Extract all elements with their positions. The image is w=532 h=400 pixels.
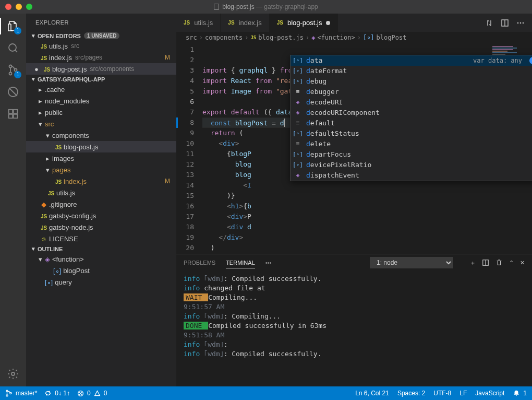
status-encoding[interactable]: UTF-8	[433, 390, 451, 397]
window-close[interactable]	[5, 4, 11, 10]
svg-rect-5	[9, 110, 13, 113]
status-cursor[interactable]: Ln 6, Col 21	[355, 390, 389, 397]
kill-terminal-icon[interactable]	[495, 259, 503, 266]
status-eol[interactable]: LF	[460, 390, 467, 397]
file-license[interactable]: ⌾LICENSE	[26, 233, 176, 244]
activity-settings[interactable]	[6, 367, 20, 381]
more-actions-icon[interactable]	[516, 19, 525, 27]
svg-rect-7	[14, 114, 17, 118]
js-icon: JS	[44, 67, 50, 73]
explorer-sidebar: EXPLORER ▾OPEN EDITORS 1 UNSAVED JS util…	[26, 14, 176, 386]
folder-node-modules[interactable]: ▸node_modules	[26, 95, 176, 107]
svg-point-15	[6, 390, 8, 392]
file-gatsby-config[interactable]: JSgatsby-config.js	[26, 210, 176, 221]
svg-point-0	[9, 44, 16, 51]
folder-pages[interactable]: ▾pages	[26, 164, 176, 175]
window-title: blog-post.js — gatsby-graphql-app	[0, 3, 532, 10]
open-editor-blogpost[interactable]: ● JS blog-post.jssrc/components	[26, 63, 176, 75]
editor-tabs: JSutils.js JSindex.js JSblog-post.js	[176, 14, 532, 32]
tab-blog-post[interactable]: JSblog-post.js	[270, 14, 338, 32]
svg-point-13	[523, 22, 524, 23]
file-gitignore[interactable]: ◆.gitignore	[26, 198, 176, 210]
split-editor-icon[interactable]	[501, 19, 509, 27]
terminal-output[interactable]: info ｢wdm｣: Compiled successfully.info c…	[176, 271, 532, 386]
open-editors-header[interactable]: ▾OPEN EDITORS 1 UNSAVED	[26, 31, 176, 40]
panel-tab-problems[interactable]: PROBLEMS	[184, 257, 215, 268]
activity-extensions[interactable]	[6, 107, 20, 121]
open-editor-index[interactable]: JS index.jssrc/pages M	[26, 52, 176, 63]
explorer-header: EXPLORER	[26, 14, 176, 31]
tab-utils[interactable]: JSutils.js	[176, 14, 221, 32]
terminal-panel: PROBLEMS TERMINAL ••• 1: node ＋ ⌃ ✕ info…	[176, 254, 532, 386]
workspace-header[interactable]: ▾GATSBY-GRAPHQL-APP	[26, 75, 176, 84]
file-gatsby-node[interactable]: JSgatsby-node.js	[26, 221, 176, 233]
activity-debug[interactable]	[6, 85, 20, 99]
window-maximize[interactable]	[26, 4, 32, 10]
close-panel-icon[interactable]: ✕	[520, 260, 525, 266]
status-bar: master* 0↓ 1↑ 0 0 Ln 6, Col 21 Spaces: 2…	[0, 386, 532, 400]
outline-header[interactable]: ▾OUTLINE	[26, 244, 176, 253]
editor-area: JSutils.js JSindex.js JSblog-post.js src…	[176, 14, 532, 386]
activity-explorer[interactable]: 1	[6, 19, 20, 33]
file-icon	[214, 4, 219, 10]
title-bar: blog-post.js — gatsby-graphql-app	[0, 0, 532, 14]
new-terminal-icon[interactable]: ＋	[470, 259, 476, 267]
terminal-select[interactable]: 1: node	[370, 257, 453, 268]
tab-index[interactable]: JSindex.js	[221, 14, 269, 32]
panel-more-icon[interactable]: •••	[265, 260, 272, 266]
modified-indicator: M	[165, 54, 176, 61]
status-problems[interactable]: 0 0	[77, 390, 107, 397]
maximize-panel-icon[interactable]: ⌃	[509, 260, 514, 266]
status-branch[interactable]: master*	[5, 390, 37, 397]
file-utils-js[interactable]: JSutils.js	[26, 187, 176, 198]
activity-scm[interactable]: 1	[6, 63, 20, 77]
svg-rect-6	[9, 114, 13, 118]
code-editor[interactable]: 1234567891011121314151617181920 import {…	[176, 43, 532, 254]
folder-cache[interactable]: ▸.cache	[26, 84, 176, 95]
js-icon: JS	[41, 44, 47, 50]
status-notifications[interactable]: 1	[513, 390, 527, 397]
folder-public[interactable]: ▸public	[26, 107, 176, 118]
window-minimize[interactable]	[16, 4, 22, 10]
explorer-badge: 1	[14, 27, 21, 34]
outline-blogpost[interactable]: [∘]blogPost	[26, 265, 176, 276]
activity-search[interactable]	[6, 41, 20, 55]
outline-query[interactable]: [∘]query	[26, 276, 176, 288]
open-editor-utils[interactable]: JS utils.jssrc	[26, 40, 176, 52]
modified-dot-icon	[326, 21, 330, 25]
folder-components[interactable]: ▾components	[26, 130, 176, 141]
panel-tab-terminal[interactable]: TERMINAL	[226, 257, 255, 268]
js-icon: JS	[41, 55, 47, 61]
outline-function[interactable]: ▾◈<function>	[26, 253, 176, 265]
svg-point-1	[9, 65, 12, 68]
svg-point-9	[11, 372, 15, 375]
activity-bar: 1 1	[0, 14, 26, 386]
status-spaces[interactable]: Spaces: 2	[397, 390, 425, 397]
svg-point-16	[6, 395, 8, 396]
split-terminal-icon[interactable]	[482, 259, 489, 266]
intellisense-popup[interactable]: [∘]datavar data: anyi[∘]dateFormat[∘]deb…	[290, 55, 532, 181]
folder-src[interactable]: ▾src	[26, 118, 176, 130]
svg-point-12	[520, 22, 522, 23]
line-gutter: 1234567891011121314151617181920	[176, 43, 202, 254]
file-blog-post[interactable]: JSblog-post.js	[26, 141, 176, 152]
svg-point-11	[517, 22, 519, 23]
status-sync[interactable]: 0↓ 1↑	[44, 390, 70, 397]
status-language[interactable]: JavaScript	[475, 390, 504, 397]
breadcrumbs[interactable]: src› components› JS blog-post.js› ◈ <fun…	[176, 32, 532, 43]
svg-rect-8	[14, 110, 17, 113]
compare-changes-icon[interactable]	[485, 19, 493, 27]
svg-point-2	[9, 73, 12, 75]
scm-badge: 1	[14, 71, 21, 78]
code-content[interactable]: import { graphql } from "gatsby"import R…	[202, 43, 532, 254]
file-index-js[interactable]: JSindex.jsM	[26, 175, 176, 187]
unsaved-badge: 1 UNSAVED	[84, 32, 120, 39]
folder-images[interactable]: ▸images	[26, 152, 176, 164]
